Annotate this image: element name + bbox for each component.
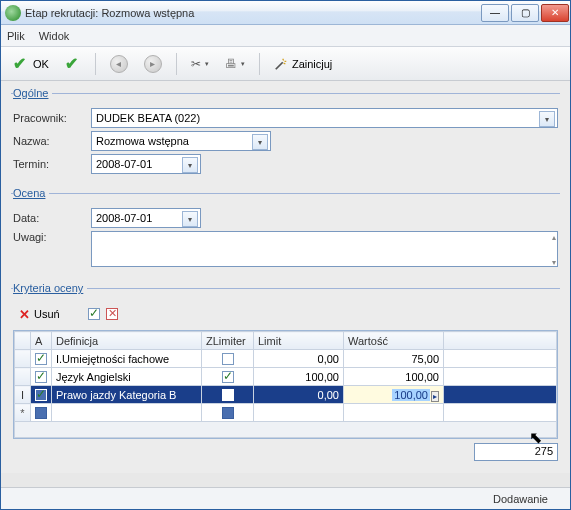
checkbox-icon[interactable] (222, 389, 234, 401)
menu-view[interactable]: Widok (39, 30, 70, 42)
arrow-right-icon: ▸ (144, 55, 162, 73)
table-new-row[interactable]: * (15, 404, 557, 422)
arrow-left-icon: ◂ (110, 55, 128, 73)
term-value: 2008-07-01 (96, 158, 152, 170)
ok-label: OK (33, 58, 49, 70)
label-name: Nazwa: (13, 135, 91, 147)
group-criteria: Kryteria oceny ✕ Usuń ✕ A (11, 282, 560, 465)
grid-hscrollbar[interactable] (14, 422, 557, 438)
employee-dropdown[interactable]: DUDEK BEATA (022) (91, 108, 558, 128)
app-icon (5, 5, 21, 21)
col-zlimiter[interactable]: ZLimiter (202, 332, 254, 350)
content: Ogólne Pracownik: DUDEK BEATA (022) Nazw… (1, 81, 570, 473)
checkbox-icon[interactable] (35, 407, 47, 419)
scroll-up-icon[interactable]: ▴ (552, 233, 556, 242)
table-row[interactable]: I.Umiejętności fachowe 0,00 75,00 (15, 350, 557, 368)
legend-rating: Ocena (13, 187, 49, 199)
print-button[interactable]: 🖶 ▾ (219, 52, 251, 76)
cell-definition[interactable]: Prawo jazdy Kategoria B (52, 386, 202, 404)
tools-button[interactable]: ✂ ▾ (185, 52, 215, 76)
criteria-toolbar: ✕ Usuń ✕ (13, 300, 558, 330)
cell-definition[interactable]: Język Angielski (52, 368, 202, 386)
group-rating: Ocena Data: 2008-07-01 Uwagi: ▴ ▾ (11, 187, 560, 276)
col-limit[interactable]: Limit (254, 332, 344, 350)
window-title: Etap rekrutacji: Rozmowa wstępna (25, 7, 480, 19)
col-value[interactable]: Wartość (344, 332, 444, 350)
table-row[interactable]: I Prawo jazdy Kategoria B 0,00 100,00▸ (15, 386, 557, 404)
term-datepicker[interactable]: 2008-07-01 (91, 154, 201, 174)
check-icon (13, 56, 29, 72)
checkbox-icon[interactable] (35, 389, 47, 401)
legend-general: Ogólne (13, 87, 52, 99)
sum-value: 275 (474, 443, 558, 461)
group-general: Ogólne Pracownik: DUDEK BEATA (022) Nazw… (11, 87, 560, 181)
status-mode: Dodawanie (493, 493, 548, 505)
name-value: Rozmowa wstępna (96, 135, 189, 147)
init-label: Zainicjuj (292, 58, 332, 70)
checkbox-icon[interactable] (35, 353, 47, 365)
col-rowhead (15, 332, 31, 350)
label-employee: Pracownik: (13, 112, 91, 124)
menubar: Plik Widok (1, 25, 570, 47)
cell-definition[interactable]: I.Umiejętności fachowe (52, 350, 202, 368)
cell-value-editing[interactable]: 100,00▸ (344, 386, 444, 404)
date-value: 2008-07-01 (96, 212, 152, 224)
apply-button[interactable] (59, 52, 87, 76)
scroll-down-icon[interactable]: ▾ (552, 258, 556, 267)
wand-icon (274, 57, 288, 71)
cell-value[interactable]: 75,00 (344, 350, 444, 368)
cell-limit[interactable]: 0,00 (254, 386, 344, 404)
criteria-grid[interactable]: A Definicja ZLimiter Limit Wartość I. (13, 330, 558, 439)
app-window: Etap rekrutacji: Rozmowa wstępna — ▢ ✕ P… (0, 0, 571, 510)
tools-icon: ✂ (191, 57, 201, 71)
spinner-icon[interactable]: ▸ (431, 391, 439, 402)
toolbar: OK ◂ ▸ ✂ ▾ 🖶 ▾ Zainicjuj (1, 47, 570, 81)
cell-value[interactable]: 100,00 (344, 368, 444, 386)
remarks-textarea[interactable] (91, 231, 558, 267)
label-term: Termin: (13, 158, 91, 170)
titlebar[interactable]: Etap rekrutacji: Rozmowa wstępna — ▢ ✕ (1, 1, 570, 25)
label-remarks: Uwagi: (13, 231, 91, 243)
x-icon: ✕ (19, 307, 30, 322)
init-button[interactable]: Zainicjuj (268, 52, 338, 76)
nav-forward-button[interactable]: ▸ (138, 52, 168, 76)
checkbox-icon[interactable] (222, 407, 234, 419)
nav-back-button[interactable]: ◂ (104, 52, 134, 76)
name-dropdown[interactable]: Rozmowa wstępna (91, 131, 271, 151)
uncheck-all-button[interactable]: ✕ (106, 308, 118, 320)
cell-limit[interactable]: 0,00 (254, 350, 344, 368)
minimize-button[interactable]: — (481, 4, 509, 22)
statusbar: Dodawanie (1, 487, 570, 509)
checkbox-icon[interactable] (35, 371, 47, 383)
maximize-button[interactable]: ▢ (511, 4, 539, 22)
sum-row: 275 (13, 443, 558, 461)
ok-button[interactable]: OK (7, 52, 55, 76)
table-row[interactable]: Język Angielski 100,00 100,00 (15, 368, 557, 386)
close-button[interactable]: ✕ (541, 4, 569, 22)
label-date: Data: (13, 212, 91, 224)
check-all-button[interactable] (88, 308, 100, 320)
col-spacer (444, 332, 557, 350)
col-active[interactable]: A (31, 332, 52, 350)
delete-label: Usuń (34, 308, 60, 320)
employee-value: DUDEK BEATA (022) (96, 112, 200, 124)
col-definition[interactable]: Definicja (52, 332, 202, 350)
date-datepicker[interactable]: 2008-07-01 (91, 208, 201, 228)
delete-row-button[interactable]: ✕ Usuń (13, 302, 66, 326)
checkbox-icon[interactable] (222, 371, 234, 383)
checkbox-icon[interactable] (222, 353, 234, 365)
cell-limit[interactable]: 100,00 (254, 368, 344, 386)
printer-icon: 🖶 (225, 57, 237, 71)
legend-criteria: Kryteria oceny (13, 282, 87, 294)
check-icon (65, 56, 81, 72)
menu-file[interactable]: Plik (7, 30, 25, 42)
